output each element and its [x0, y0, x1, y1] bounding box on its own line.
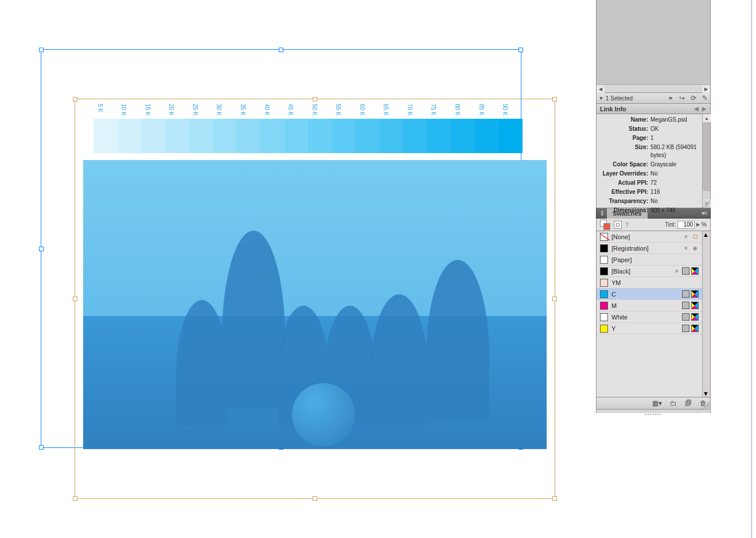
- swatches-scrollbar[interactable]: ▲ ▼: [702, 231, 710, 397]
- tint-step-label: 75 K: [430, 104, 437, 116]
- cmyk-icon: [691, 302, 699, 309]
- links-preview-area[interactable]: ◀ ▶: [596, 0, 711, 93]
- tint-bar-text-frame[interactable]: 5 K10 K15 K20 K25 K30 K35 K40 K45 K50 K5…: [75, 99, 555, 499]
- tint-slider-flyout-icon[interactable]: ▶: [696, 222, 700, 227]
- link-info-row: Name:MeganGS.psd: [597, 115, 702, 124]
- swatch-color-chip: [600, 279, 608, 287]
- swatch-type-icons: [682, 290, 699, 298]
- edit-original-icon[interactable]: ✎: [702, 94, 708, 102]
- swatch-name: Y: [611, 325, 679, 332]
- tint-step-label: 25 K: [192, 104, 198, 116]
- link-info-value: No: [650, 170, 697, 178]
- prev-link-icon[interactable]: ◀: [694, 106, 699, 112]
- swatches-footer: ▦▾ 🗀 🗐 🗑: [596, 397, 711, 410]
- swatch-name: M: [611, 302, 679, 309]
- tint-label: Tint:: [665, 221, 676, 228]
- swatch-row[interactable]: YM: [597, 277, 702, 289]
- link-info-row: Color Space:Grayscale: [597, 160, 702, 169]
- swatch-color-chip: [600, 290, 608, 298]
- tint-step-label: 5 K: [97, 104, 103, 112]
- document-canvas[interactable]: 5 K10 K15 K20 K25 K30 K35 K40 K45 K50 K5…: [0, 0, 591, 538]
- swatch-name: [None]: [611, 233, 679, 240]
- scroll-up-icon[interactable]: ▲: [703, 231, 710, 238]
- registration-icon: ⊕: [691, 244, 699, 252]
- tint-step-labels: 5 K10 K15 K20 K25 K30 K35 K40 K45 K50 K5…: [93, 104, 523, 115]
- formatting-container-icon[interactable]: [614, 221, 622, 229]
- scroll-down-icon[interactable]: ▼: [703, 390, 709, 397]
- go-to-link-icon[interactable]: ↪: [679, 94, 685, 102]
- process-color-icon: [682, 313, 689, 321]
- update-link-icon[interactable]: ⟳: [691, 94, 696, 102]
- none-icon: ☐: [691, 233, 699, 240]
- resize-grip-icon[interactable]: [703, 200, 711, 208]
- link-info-row: Status:OK: [597, 124, 702, 134]
- links-selected-count: 1 Selected: [606, 95, 633, 102]
- swatch-name: [Black]: [611, 268, 669, 275]
- new-swatch-icon[interactable]: 🗐: [685, 399, 692, 407]
- relink-icon[interactable]: ⚭: [668, 94, 673, 102]
- link-info-value: 900 x 746: [650, 206, 697, 215]
- swatch-name: C: [611, 291, 679, 298]
- swatch-name: White: [611, 314, 679, 321]
- swatch-type-icons: ✕⊕: [682, 244, 699, 252]
- link-info-label: Name:: [601, 116, 650, 124]
- new-group-icon[interactable]: 🗀: [670, 399, 677, 407]
- swatch-type-icons: [682, 325, 699, 332]
- swatch-row[interactable]: M: [597, 300, 702, 311]
- link-info-value: 72: [650, 179, 697, 187]
- swatch-color-chip: [600, 313, 608, 321]
- links-preview-scrollbar[interactable]: ◀ ▶: [597, 84, 710, 92]
- tint-step-label: 10 K: [120, 104, 127, 116]
- link-info-label: Size:: [601, 143, 650, 159]
- link-info-value: 580.2 KB (594091 bytes): [650, 143, 697, 159]
- swatches-tint-row: T Tint: ▶ %: [596, 219, 711, 231]
- link-info-row: Dimensions:900 x 746: [597, 206, 702, 215]
- fill-stroke-proxy-icon[interactable]: [600, 220, 610, 230]
- swatch-row[interactable]: [Paper]: [597, 254, 702, 266]
- tint-step-label: 15 K: [145, 104, 151, 116]
- show-options-icon[interactable]: ▦▾: [652, 399, 662, 407]
- scroll-right-icon[interactable]: ▶: [702, 85, 710, 93]
- swatch-row[interactable]: [None]✕☐: [597, 231, 702, 243]
- link-info-label: Status:: [601, 125, 650, 133]
- resize-grip-icon[interactable]: [703, 401, 711, 410]
- swatches-list[interactable]: [None]✕☐[Registration]✕⊕[Paper][Black]✕Y…: [596, 231, 711, 397]
- link-info-title: Link Info: [600, 106, 626, 112]
- tint-input[interactable]: [677, 221, 695, 229]
- links-status-bar: ▼ 1 Selected ⚭ ↪ ⟳ ✎: [596, 93, 711, 104]
- tint-step-label: 90 K: [502, 104, 508, 116]
- cmyk-icon: [691, 290, 699, 298]
- next-link-icon[interactable]: ▶: [702, 106, 707, 112]
- swatch-row[interactable]: [Black]✕: [597, 266, 702, 277]
- link-info-value: 116: [650, 188, 697, 196]
- panel-drag-grip[interactable]: [596, 410, 711, 413]
- link-info-panel: Name:MeganGS.psdStatus:OKPage:1Size:580.…: [596, 114, 711, 208]
- link-info-scrollbar[interactable]: ▲ ▼: [702, 114, 710, 208]
- link-info-value: Grayscale: [650, 161, 697, 169]
- tint-step-label: 30 K: [216, 104, 222, 116]
- link-info-header[interactable]: Link Info ◀ ▶: [596, 104, 711, 114]
- scroll-up-icon[interactable]: ▲: [703, 114, 711, 122]
- link-info-row: Transparency:No: [597, 197, 702, 206]
- tint-step-bar: [93, 119, 523, 153]
- link-info-label: Effective PPI:: [601, 188, 650, 196]
- cmyk-icon: [691, 325, 699, 332]
- swatch-row[interactable]: C: [597, 289, 702, 300]
- swatch-type-icons: ✕: [673, 267, 699, 275]
- link-info-label: Color Space:: [601, 161, 650, 169]
- swatch-row[interactable]: Y: [597, 323, 702, 334]
- swatch-row[interactable]: White: [597, 311, 702, 323]
- link-info-label: Transparency:: [601, 197, 650, 205]
- disclosure-triangle-icon[interactable]: ▼: [599, 96, 603, 101]
- swatch-row[interactable]: [Registration]✕⊕: [597, 243, 702, 254]
- swatch-name: YM: [611, 279, 695, 286]
- noedit-icon: ✕: [682, 233, 689, 240]
- page-guide: [751, 0, 752, 538]
- tint-step-label: 50 K: [311, 104, 318, 116]
- swatch-color-chip: [600, 233, 608, 241]
- formatting-text-icon[interactable]: T: [625, 221, 629, 228]
- link-info-label: Dimensions:: [601, 206, 650, 215]
- swatch-type-icons: [682, 313, 699, 321]
- scroll-left-icon[interactable]: ◀: [597, 85, 605, 93]
- tint-step-label: 65 K: [383, 104, 389, 116]
